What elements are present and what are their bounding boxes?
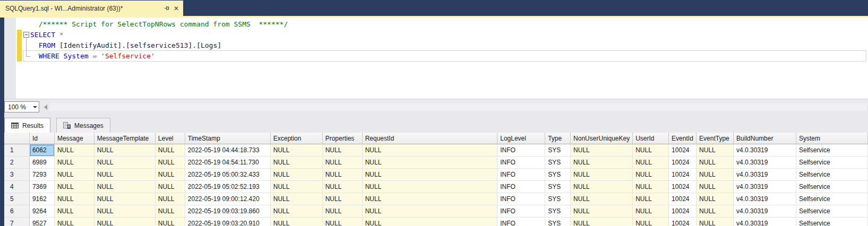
grid-cell[interactable]: NULL xyxy=(94,157,156,169)
arrow-left-icon[interactable] xyxy=(41,101,50,112)
grid-cell[interactable]: NULL xyxy=(363,193,498,205)
row-header[interactable]: 4 xyxy=(4,181,30,193)
column-header[interactable]: LogLevel xyxy=(497,133,545,144)
collapse-toggle-icon[interactable] xyxy=(23,32,29,38)
grid-cell[interactable]: 2022-05-19 05:00:32.433 xyxy=(185,169,271,181)
column-header[interactable]: MessageTemplate xyxy=(94,133,156,144)
grid-cell[interactable]: NULL xyxy=(55,205,94,218)
grid-cell[interactable]: NULL xyxy=(323,205,363,218)
grid-cell[interactable]: NULL xyxy=(323,218,363,226)
grid-cell[interactable]: Selfservice xyxy=(796,193,868,205)
grid-cell[interactable]: SYS xyxy=(545,181,571,193)
grid-cell[interactable]: NULL xyxy=(156,193,185,205)
grid-cell[interactable]: NULL xyxy=(55,169,94,181)
grid-cell[interactable]: NULL xyxy=(55,181,94,193)
grid-cell[interactable]: NULL xyxy=(363,157,498,169)
column-header[interactable]: RequestId xyxy=(363,133,498,144)
grid-cell[interactable]: NULL xyxy=(55,157,94,169)
grid-cell[interactable]: INFO xyxy=(497,181,545,193)
grid-cell[interactable]: INFO xyxy=(497,169,545,181)
grid-cell[interactable]: NULL xyxy=(571,157,633,169)
row-header[interactable]: 5 xyxy=(4,193,30,205)
grid-cell[interactable]: 2022-05-19 05:02:52.193 xyxy=(185,181,271,193)
grid-cell[interactable]: NULL xyxy=(94,181,156,193)
sql-code[interactable]: /****** Script for SelectTopNRows comman… xyxy=(30,19,288,62)
column-header[interactable]: NonUserUniqueKey xyxy=(571,133,633,144)
column-header[interactable] xyxy=(4,133,30,144)
grid-cell[interactable]: NULL xyxy=(633,218,669,226)
column-header[interactable]: System xyxy=(796,133,868,144)
grid-cell[interactable]: NULL xyxy=(571,169,633,181)
grid-cell[interactable]: NULL xyxy=(697,157,734,169)
grid-cell[interactable]: NULL xyxy=(633,144,669,157)
grid-cell[interactable]: Selfservice xyxy=(796,144,868,157)
grid-cell[interactable]: NULL xyxy=(633,181,669,193)
grid-cell[interactable]: NULL xyxy=(271,169,323,181)
scrollbar-track[interactable] xyxy=(50,103,867,111)
grid-cell[interactable]: INFO xyxy=(497,144,545,157)
grid-cell[interactable]: v4.0.30319 xyxy=(734,181,796,193)
grid-cell[interactable]: NULL xyxy=(697,205,734,218)
grid-cell[interactable]: 10024 xyxy=(669,144,697,157)
grid-cell[interactable]: NULL xyxy=(94,218,156,226)
row-header[interactable]: 6 xyxy=(4,205,30,218)
grid-cell[interactable]: NULL xyxy=(156,169,185,181)
grid-cell[interactable]: Selfservice xyxy=(796,218,868,226)
grid-cell[interactable]: 2022-05-19 09:03:19.860 xyxy=(185,205,271,218)
grid-cell[interactable]: 7293 xyxy=(30,169,55,181)
grid-cell[interactable]: NULL xyxy=(633,169,669,181)
grid-cell[interactable]: NULL xyxy=(323,181,363,193)
grid-cell[interactable]: 10024 xyxy=(669,193,697,205)
pin-icon[interactable] xyxy=(164,5,170,11)
grid-cell[interactable]: NULL xyxy=(94,169,156,181)
grid-cell[interactable]: NULL xyxy=(633,205,669,218)
editor-horizontal-scrollbar[interactable] xyxy=(41,101,867,112)
grid-cell[interactable]: NULL xyxy=(156,205,185,218)
grid-cell[interactable]: NULL xyxy=(633,193,669,205)
grid-cell[interactable]: SYS xyxy=(545,205,571,218)
grid-cell[interactable]: NULL xyxy=(363,144,498,157)
grid-cell[interactable]: 9527 xyxy=(30,218,55,226)
column-header[interactable]: Id xyxy=(30,133,55,144)
grid-cell[interactable]: Selfservice xyxy=(796,157,868,169)
grid-cell[interactable]: 10024 xyxy=(669,218,697,226)
grid-cell[interactable]: NULL xyxy=(94,193,156,205)
grid-cell[interactable]: 9264 xyxy=(30,205,55,218)
grid-cell[interactable]: SYS xyxy=(545,144,571,157)
grid-cell[interactable]: v4.0.30319 xyxy=(734,169,796,181)
grid-cell[interactable]: 2022-05-19 09:00:12.420 xyxy=(185,193,271,205)
grid-cell[interactable]: NULL xyxy=(55,144,94,157)
editor-zoom-select[interactable]: 100 % xyxy=(4,101,39,112)
grid-cell[interactable]: INFO xyxy=(497,193,545,205)
grid-cell[interactable]: v4.0.30319 xyxy=(734,193,796,205)
grid-cell[interactable]: NULL xyxy=(271,218,323,226)
document-tab[interactable]: SQLQuery1.sql - WI...Administrator (63))… xyxy=(0,1,183,16)
grid-cell[interactable]: NULL xyxy=(571,205,633,218)
grid-cell[interactable]: v4.0.30319 xyxy=(734,144,796,157)
row-header[interactable]: 1 xyxy=(4,144,30,157)
grid-cell[interactable]: NULL xyxy=(323,169,363,181)
grid-cell[interactable]: NULL xyxy=(571,181,633,193)
grid-cell[interactable]: NULL xyxy=(271,181,323,193)
column-header[interactable]: TimeStamp xyxy=(185,133,271,144)
column-header[interactable]: EventType xyxy=(697,133,734,144)
row-header[interactable]: 2 xyxy=(4,157,30,169)
grid-cell[interactable]: NULL xyxy=(571,144,633,157)
grid-cell[interactable]: NULL xyxy=(697,193,734,205)
grid-cell[interactable]: INFO xyxy=(497,205,545,218)
grid-cell[interactable]: NULL xyxy=(94,205,156,218)
grid-cell[interactable]: 7369 xyxy=(30,181,55,193)
column-header[interactable]: Level xyxy=(156,133,185,144)
grid-cell[interactable]: NULL xyxy=(697,169,734,181)
grid-cell[interactable]: NULL xyxy=(271,205,323,218)
grid-cell[interactable]: 10024 xyxy=(669,157,697,169)
grid-cell[interactable]: NULL xyxy=(94,144,156,157)
grid-cell[interactable]: v4.0.30319 xyxy=(734,157,796,169)
grid-cell[interactable]: SYS xyxy=(545,218,571,226)
grid-cell[interactable]: NULL xyxy=(633,157,669,169)
grid-cell[interactable]: 9162 xyxy=(30,193,55,205)
column-header[interactable]: Exception xyxy=(271,133,323,144)
grid-cell[interactable]: NULL xyxy=(697,144,734,157)
grid-cell[interactable]: SYS xyxy=(545,193,571,205)
column-header[interactable]: Type xyxy=(545,133,571,144)
